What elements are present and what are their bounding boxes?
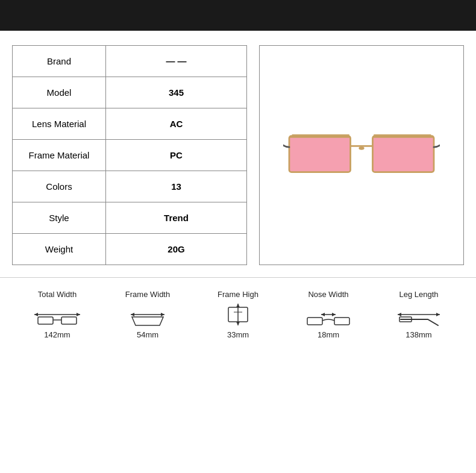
measure-icon-leg-length bbox=[395, 302, 443, 327]
table-label-2: Lens Material bbox=[13, 108, 106, 140]
svg-rect-0 bbox=[289, 136, 351, 172]
measure-item-frame-width: Frame Width 54mm bbox=[108, 290, 187, 339]
svg-marker-10 bbox=[77, 313, 80, 316]
measure-icon-frame-high bbox=[214, 302, 262, 327]
measure-label-total-width: Total Width bbox=[38, 290, 77, 299]
table-label-1: Model bbox=[13, 77, 106, 108]
measure-label-frame-width: Frame Width bbox=[125, 290, 170, 299]
measure-item-total-width: Total Width 142mm bbox=[18, 290, 96, 339]
table-row: Style Trend bbox=[13, 202, 247, 234]
table-label-4: Colors bbox=[13, 171, 106, 202]
svg-marker-18 bbox=[236, 304, 240, 307]
svg-marker-29 bbox=[436, 313, 440, 316]
measure-label-frame-high: Frame High bbox=[218, 290, 258, 299]
measure-value-frame-width: 54mm bbox=[137, 330, 158, 339]
table-row: Weight 20G bbox=[13, 234, 247, 265]
svg-rect-1 bbox=[372, 136, 434, 172]
table-label-6: Weight bbox=[13, 234, 106, 265]
measure-item-nose-width: Nose Width 18mm bbox=[289, 290, 368, 339]
page-header bbox=[0, 0, 476, 31]
table-value-4: 13 bbox=[106, 171, 247, 202]
measure-value-total-width: 142mm bbox=[44, 330, 70, 339]
table-value-0: — — bbox=[106, 46, 247, 77]
svg-marker-24 bbox=[332, 313, 336, 316]
measurements-section: Total Width 142mm Frame Width bbox=[0, 277, 476, 345]
table-row: Frame Material PC bbox=[13, 140, 247, 171]
table-label-5: Style bbox=[13, 202, 106, 234]
table-row: Lens Material AC bbox=[13, 108, 247, 140]
measure-value-leg-length: 138mm bbox=[406, 330, 431, 339]
svg-rect-11 bbox=[38, 317, 53, 324]
table-value-5: Trend bbox=[106, 202, 247, 234]
svg-rect-25 bbox=[307, 318, 322, 325]
table-label-3: Frame Material bbox=[13, 140, 106, 171]
table-value-3: PC bbox=[106, 140, 247, 171]
measure-item-leg-length: Leg Length 138mm bbox=[380, 290, 458, 339]
svg-marker-16 bbox=[161, 313, 164, 316]
measure-label-leg-length: Leg Length bbox=[399, 290, 438, 299]
product-image bbox=[283, 119, 440, 192]
table-label-0: Brand bbox=[13, 46, 106, 77]
measure-item-frame-high: Frame High 33mm bbox=[199, 290, 277, 339]
svg-marker-15 bbox=[131, 313, 134, 316]
table-value-2: AC bbox=[106, 108, 247, 140]
measure-icon-total-width bbox=[33, 302, 81, 327]
product-info-table: Brand — — Model 345 Lens Material AC Fra… bbox=[12, 45, 247, 265]
svg-rect-12 bbox=[61, 317, 77, 324]
svg-marker-19 bbox=[236, 322, 240, 325]
table-row: Brand — — bbox=[13, 46, 247, 77]
main-content: Brand — — Model 345 Lens Material AC Fra… bbox=[0, 31, 476, 271]
measure-icon-frame-width bbox=[124, 302, 172, 327]
measure-value-frame-high: 33mm bbox=[227, 330, 249, 339]
svg-rect-26 bbox=[334, 318, 349, 325]
table-value-1: 345 bbox=[106, 77, 247, 108]
measure-value-nose-width: 18mm bbox=[318, 330, 339, 339]
measure-label-nose-width: Nose Width bbox=[308, 290, 348, 299]
table-value-6: 20G bbox=[106, 234, 247, 265]
svg-marker-23 bbox=[321, 313, 325, 316]
svg-point-5 bbox=[359, 146, 364, 150]
svg-marker-9 bbox=[34, 313, 38, 316]
measure-icon-nose-width bbox=[304, 302, 352, 327]
svg-marker-28 bbox=[398, 313, 401, 316]
product-image-box bbox=[259, 45, 464, 265]
table-row: Colors 13 bbox=[13, 171, 247, 202]
table-row: Model 345 bbox=[13, 77, 247, 108]
